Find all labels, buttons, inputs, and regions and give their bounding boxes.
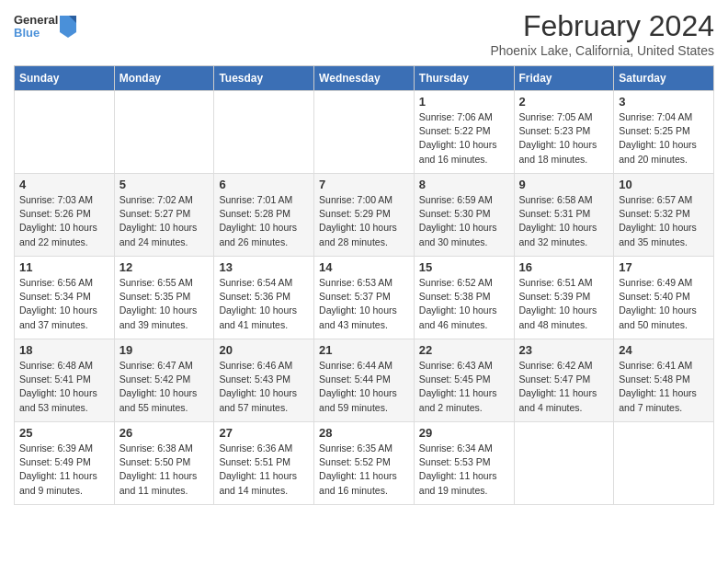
- day-info: Sunrise: 6:42 AM Sunset: 5:47 PM Dayligh…: [519, 359, 609, 415]
- title-block: February 2024 Phoenix Lake, California, …: [490, 9, 714, 58]
- day-info: Sunrise: 6:35 AM Sunset: 5:52 PM Dayligh…: [319, 442, 409, 498]
- day-number: 1: [419, 95, 509, 109]
- calendar-week-0: 1Sunrise: 7:06 AM Sunset: 5:22 PM Daylig…: [15, 91, 714, 174]
- day-info: Sunrise: 7:03 AM Sunset: 5:26 PM Dayligh…: [19, 193, 109, 249]
- calendar-cell: [314, 91, 415, 174]
- calendar-cell: 11Sunrise: 6:56 AM Sunset: 5:34 PM Dayli…: [15, 257, 115, 339]
- day-info: Sunrise: 7:02 AM Sunset: 5:27 PM Dayligh…: [119, 193, 210, 249]
- day-info: Sunrise: 7:00 AM Sunset: 5:29 PM Dayligh…: [319, 193, 409, 249]
- day-number: 21: [319, 343, 409, 357]
- calendar-cell: 2Sunrise: 7:05 AM Sunset: 5:23 PM Daylig…: [514, 91, 614, 174]
- calendar-cell: [114, 91, 214, 174]
- header-day-monday: Monday: [114, 66, 214, 91]
- day-number: 11: [19, 260, 109, 274]
- day-number: 4: [19, 178, 109, 191]
- day-info: Sunrise: 6:57 AM Sunset: 5:32 PM Dayligh…: [619, 193, 709, 249]
- day-info: Sunrise: 6:47 AM Sunset: 5:42 PM Dayligh…: [119, 359, 210, 415]
- day-info: Sunrise: 7:01 AM Sunset: 5:28 PM Dayligh…: [219, 193, 309, 249]
- day-number: 13: [219, 260, 309, 274]
- day-info: Sunrise: 6:44 AM Sunset: 5:44 PM Dayligh…: [319, 359, 409, 415]
- day-info: Sunrise: 6:36 AM Sunset: 5:51 PM Dayligh…: [219, 442, 309, 498]
- day-number: 28: [319, 426, 409, 440]
- calendar-cell: 10Sunrise: 6:57 AM Sunset: 5:32 PM Dayli…: [614, 174, 714, 257]
- page-title: February 2024: [490, 9, 714, 43]
- calendar-cell: 6Sunrise: 7:01 AM Sunset: 5:28 PM Daylig…: [214, 174, 314, 257]
- day-number: 20: [219, 343, 309, 357]
- day-number: 3: [619, 95, 709, 109]
- header-day-wednesday: Wednesday: [314, 66, 415, 91]
- calendar-week-1: 4Sunrise: 7:03 AM Sunset: 5:26 PM Daylig…: [15, 174, 714, 257]
- day-number: 26: [119, 426, 210, 440]
- day-info: Sunrise: 6:48 AM Sunset: 5:41 PM Dayligh…: [19, 359, 109, 415]
- calendar-cell: 3Sunrise: 7:04 AM Sunset: 5:25 PM Daylig…: [614, 91, 714, 174]
- calendar-week-3: 18Sunrise: 6:48 AM Sunset: 5:41 PM Dayli…: [15, 339, 714, 422]
- header-day-thursday: Thursday: [414, 66, 514, 91]
- calendar-cell: 20Sunrise: 6:46 AM Sunset: 5:43 PM Dayli…: [214, 339, 314, 422]
- day-number: 29: [419, 426, 509, 440]
- day-number: 24: [619, 343, 709, 357]
- day-number: 16: [519, 260, 609, 274]
- page-subtitle: Phoenix Lake, California, United States: [490, 43, 714, 58]
- calendar-cell: 22Sunrise: 6:43 AM Sunset: 5:45 PM Dayli…: [414, 339, 514, 422]
- logo: General Blue: [14, 14, 78, 40]
- calendar-cell: 15Sunrise: 6:52 AM Sunset: 5:38 PM Dayli…: [414, 257, 514, 339]
- calendar-header-row: SundayMondayTuesdayWednesdayThursdayFrid…: [15, 66, 714, 91]
- calendar-table: SundayMondayTuesdayWednesdayThursdayFrid…: [14, 65, 714, 505]
- day-number: 6: [219, 178, 309, 191]
- calendar-week-2: 11Sunrise: 6:56 AM Sunset: 5:34 PM Dayli…: [15, 257, 714, 339]
- day-number: 25: [19, 426, 109, 440]
- day-info: Sunrise: 7:06 AM Sunset: 5:22 PM Dayligh…: [419, 110, 509, 167]
- header-day-friday: Friday: [514, 66, 614, 91]
- calendar-cell: [514, 422, 614, 505]
- calendar-cell: 13Sunrise: 6:54 AM Sunset: 5:36 PM Dayli…: [214, 257, 314, 339]
- day-number: 7: [319, 178, 409, 191]
- day-number: 12: [119, 260, 210, 274]
- calendar-cell: [15, 91, 115, 174]
- day-info: Sunrise: 6:39 AM Sunset: 5:49 PM Dayligh…: [19, 442, 109, 498]
- calendar-cell: 9Sunrise: 6:58 AM Sunset: 5:31 PM Daylig…: [514, 174, 614, 257]
- day-number: 15: [419, 260, 509, 274]
- calendar-cell: 5Sunrise: 7:02 AM Sunset: 5:27 PM Daylig…: [114, 174, 214, 257]
- calendar-cell: 27Sunrise: 6:36 AM Sunset: 5:51 PM Dayli…: [214, 422, 314, 505]
- day-number: 23: [519, 343, 609, 357]
- logo-text: General Blue: [14, 14, 58, 40]
- calendar-cell: 8Sunrise: 6:59 AM Sunset: 5:30 PM Daylig…: [414, 174, 514, 257]
- calendar-week-4: 25Sunrise: 6:39 AM Sunset: 5:49 PM Dayli…: [15, 422, 714, 505]
- day-number: 14: [319, 260, 409, 274]
- header-day-saturday: Saturday: [614, 66, 714, 91]
- day-info: Sunrise: 7:04 AM Sunset: 5:25 PM Dayligh…: [619, 110, 709, 167]
- calendar-cell: [214, 91, 314, 174]
- day-info: Sunrise: 7:05 AM Sunset: 5:23 PM Dayligh…: [519, 110, 609, 167]
- calendar-cell: 21Sunrise: 6:44 AM Sunset: 5:44 PM Dayli…: [314, 339, 415, 422]
- logo-icon: [58, 14, 78, 40]
- calendar-cell: 7Sunrise: 7:00 AM Sunset: 5:29 PM Daylig…: [314, 174, 415, 257]
- calendar-cell: 25Sunrise: 6:39 AM Sunset: 5:49 PM Dayli…: [15, 422, 115, 505]
- day-info: Sunrise: 6:34 AM Sunset: 5:53 PM Dayligh…: [419, 442, 509, 498]
- logo-line1: General: [14, 14, 58, 27]
- day-info: Sunrise: 6:55 AM Sunset: 5:35 PM Dayligh…: [119, 276, 210, 332]
- calendar-cell: 23Sunrise: 6:42 AM Sunset: 5:47 PM Dayli…: [514, 339, 614, 422]
- day-number: 22: [419, 343, 509, 357]
- calendar-cell: 4Sunrise: 7:03 AM Sunset: 5:26 PM Daylig…: [15, 174, 115, 257]
- day-number: 2: [519, 95, 609, 109]
- header: General Blue February 2024 Phoenix Lake,…: [14, 9, 714, 58]
- day-info: Sunrise: 6:49 AM Sunset: 5:40 PM Dayligh…: [619, 276, 709, 332]
- calendar-cell: 17Sunrise: 6:49 AM Sunset: 5:40 PM Dayli…: [614, 257, 714, 339]
- calendar-cell: [614, 422, 714, 505]
- calendar-cell: 12Sunrise: 6:55 AM Sunset: 5:35 PM Dayli…: [114, 257, 214, 339]
- day-number: 17: [619, 260, 709, 274]
- header-day-tuesday: Tuesday: [214, 66, 314, 91]
- day-info: Sunrise: 6:59 AM Sunset: 5:30 PM Dayligh…: [419, 193, 509, 249]
- day-info: Sunrise: 6:54 AM Sunset: 5:36 PM Dayligh…: [219, 276, 309, 332]
- calendar-cell: 14Sunrise: 6:53 AM Sunset: 5:37 PM Dayli…: [314, 257, 415, 339]
- day-info: Sunrise: 6:58 AM Sunset: 5:31 PM Dayligh…: [519, 193, 609, 249]
- day-info: Sunrise: 6:43 AM Sunset: 5:45 PM Dayligh…: [419, 359, 509, 415]
- calendar-cell: 24Sunrise: 6:41 AM Sunset: 5:48 PM Dayli…: [614, 339, 714, 422]
- day-info: Sunrise: 6:46 AM Sunset: 5:43 PM Dayligh…: [219, 359, 309, 415]
- calendar-cell: 26Sunrise: 6:38 AM Sunset: 5:50 PM Dayli…: [114, 422, 214, 505]
- day-number: 5: [119, 178, 210, 191]
- header-day-sunday: Sunday: [15, 66, 115, 91]
- day-number: 10: [619, 178, 709, 191]
- day-info: Sunrise: 6:56 AM Sunset: 5:34 PM Dayligh…: [19, 276, 109, 332]
- day-info: Sunrise: 6:53 AM Sunset: 5:37 PM Dayligh…: [319, 276, 409, 332]
